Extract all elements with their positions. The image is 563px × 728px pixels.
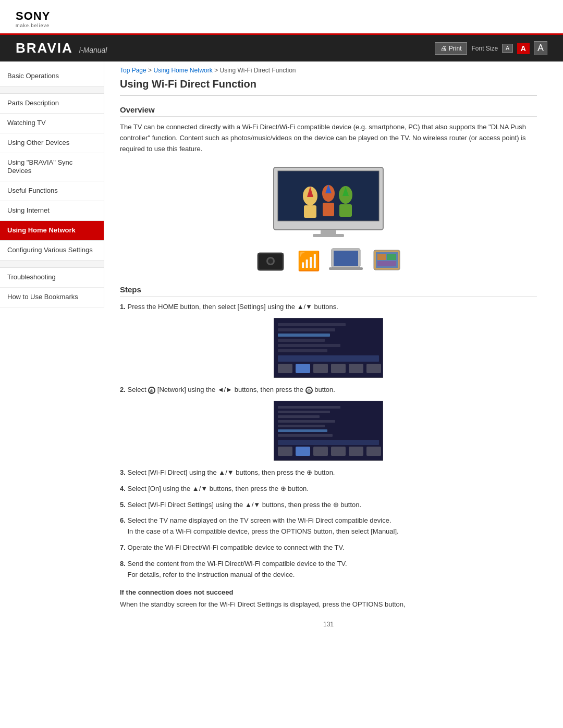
- breadcrumb-sep-2: >: [214, 67, 219, 74]
- overview-diagram: 📶: [120, 165, 537, 275]
- svg-rect-31: [278, 344, 340, 347]
- svg-rect-42: [278, 411, 330, 413]
- main-layout: Basic Operations Parts Description Watch…: [0, 61, 563, 649]
- svg-rect-11: [321, 230, 336, 234]
- step-5: 5. Select [Wi-Fi Direct Settings] using …: [120, 500, 537, 511]
- screenshot-1: [120, 318, 537, 379]
- svg-rect-46: [278, 429, 327, 432]
- overview-heading: Overview: [120, 105, 537, 117]
- svg-rect-10: [339, 204, 352, 217]
- font-large-button[interactable]: A: [534, 41, 547, 55]
- svg-rect-23: [377, 254, 386, 260]
- sidebar-item-using-other-devices[interactable]: Using Other Devices: [0, 133, 104, 153]
- svg-rect-24: [387, 254, 396, 260]
- sidebar-item-using-home-network[interactable]: Using Home Network: [0, 221, 104, 241]
- print-label: Print: [449, 45, 462, 52]
- print-icon: 🖨: [440, 45, 447, 52]
- breadcrumb-current: Using Wi-Fi Direct Function: [219, 67, 296, 74]
- breadcrumb-section[interactable]: Using Home Network: [153, 67, 212, 74]
- svg-rect-41: [278, 406, 340, 409]
- svg-rect-37: [349, 364, 363, 373]
- svg-rect-9: [323, 203, 334, 216]
- svg-rect-35: [313, 364, 328, 373]
- step-7: 7. Operate the Wi-Fi Direct/Wi-Fi compat…: [120, 542, 537, 553]
- font-medium-button[interactable]: A: [517, 43, 530, 54]
- sidebar-item-using-bravia-sync[interactable]: Using "BRAVIA" Sync Devices: [0, 153, 104, 182]
- page-title: Using Wi-Fi Direct Function: [120, 78, 537, 96]
- svg-rect-51: [331, 447, 346, 456]
- bravia-bar: BRAVIA i-Manual 🖨 Print Font Size A A A: [0, 35, 563, 61]
- breadcrumb: Top Page > Using Home Network > Using Wi…: [120, 61, 537, 78]
- step-8: 8. Send the content from the Wi-Fi Direc…: [120, 559, 537, 581]
- svg-rect-29: [278, 334, 330, 337]
- screenshot-2: [120, 401, 537, 462]
- step-4: 4. Select [On] using the ▲/▼ buttons, th…: [120, 484, 537, 495]
- breadcrumb-top[interactable]: Top Page: [120, 67, 146, 74]
- svg-rect-12: [313, 234, 344, 237]
- network-icon: ⊕: [148, 387, 155, 394]
- sidebar-item-watching-tv[interactable]: Watching TV: [0, 114, 104, 133]
- sidebar-item-how-to-use-bookmarks[interactable]: How to Use Bookmarks: [0, 288, 104, 307]
- sony-header: SONY make.believe: [0, 0, 563, 35]
- svg-rect-39: [278, 355, 379, 362]
- wifi-signal-icon: 📶: [295, 248, 321, 274]
- print-button[interactable]: 🖨 Print: [435, 42, 468, 55]
- bravia-title: BRAVIA i-Manual: [16, 40, 107, 56]
- svg-rect-27: [278, 323, 346, 326]
- svg-rect-50: [313, 447, 328, 456]
- svg-point-16: [268, 258, 273, 264]
- if-connection-heading: If the connection does not succeed: [120, 588, 537, 596]
- step-2: 2. Select ⊕ [Network] using the ◄/► butt…: [120, 385, 537, 396]
- sidebar-item-basic-operations[interactable]: Basic Operations: [0, 67, 104, 87]
- svg-rect-45: [278, 425, 325, 427]
- bravia-logo: BRAVIA: [16, 40, 73, 56]
- svg-rect-43: [278, 415, 320, 418]
- if-connection-text: When the standby screen for the Wi-Fi Di…: [120, 599, 537, 610]
- svg-rect-34: [296, 364, 310, 373]
- step-6: 6. Select the TV name displayed on the T…: [120, 515, 537, 537]
- svg-text:📶: 📶: [297, 250, 321, 272]
- sidebar-gap-2: [0, 261, 104, 268]
- svg-rect-47: [278, 434, 333, 437]
- sidebar-item-troubleshooting[interactable]: Troubleshooting: [0, 268, 104, 288]
- sidebar: Basic Operations Parts Description Watch…: [0, 61, 104, 307]
- sony-tagline: make.believe: [16, 23, 547, 28]
- svg-rect-20: [329, 267, 363, 270]
- breadcrumb-sep-1: >: [148, 67, 153, 74]
- svg-rect-36: [331, 364, 346, 373]
- svg-rect-52: [349, 447, 363, 456]
- sidebar-item-configuring-various-settings[interactable]: Configuring Various Settings: [0, 241, 104, 261]
- svg-rect-33: [278, 364, 292, 373]
- laptop-device-icon: [329, 246, 363, 275]
- camera-device-icon: [255, 248, 286, 274]
- font-size-label: Font Size: [471, 45, 498, 52]
- sidebar-gap-1: [0, 87, 104, 94]
- step-3: 3. Select [Wi-Fi Direct] using the ▲/▼ b…: [120, 467, 537, 478]
- photo-device-icon: [371, 248, 402, 274]
- svg-rect-48: [278, 447, 292, 456]
- step-1: 1. Press the HOME button, then select [S…: [120, 302, 537, 313]
- enter-icon-2: ⊕: [305, 387, 313, 394]
- bravia-controls: 🖨 Print Font Size A A A: [435, 41, 547, 55]
- svg-rect-25: [377, 261, 396, 266]
- page-number: 131: [120, 621, 537, 628]
- content-area: Top Page > Using Home Network > Using Wi…: [104, 61, 553, 649]
- svg-rect-8: [304, 205, 316, 218]
- sidebar-item-useful-functions[interactable]: Useful Functions: [0, 181, 104, 201]
- svg-rect-28: [278, 328, 335, 331]
- svg-rect-49: [296, 447, 310, 456]
- svg-rect-44: [278, 420, 335, 423]
- sidebar-item-using-internet[interactable]: Using Internet: [0, 201, 104, 221]
- sidebar-item-parts-description[interactable]: Parts Description: [0, 94, 104, 114]
- svg-rect-32: [278, 349, 327, 352]
- tv-illustration: [268, 165, 388, 240]
- imanual-label: i-Manual: [79, 46, 107, 54]
- steps-heading: Steps: [120, 285, 537, 297]
- svg-rect-53: [366, 447, 381, 456]
- sony-logo: SONY: [16, 9, 547, 23]
- svg-rect-30: [278, 339, 325, 342]
- overview-text: The TV can be connected directly with a …: [120, 122, 537, 154]
- font-small-button[interactable]: A: [502, 44, 513, 53]
- svg-rect-19: [334, 251, 358, 266]
- svg-rect-38: [366, 364, 381, 373]
